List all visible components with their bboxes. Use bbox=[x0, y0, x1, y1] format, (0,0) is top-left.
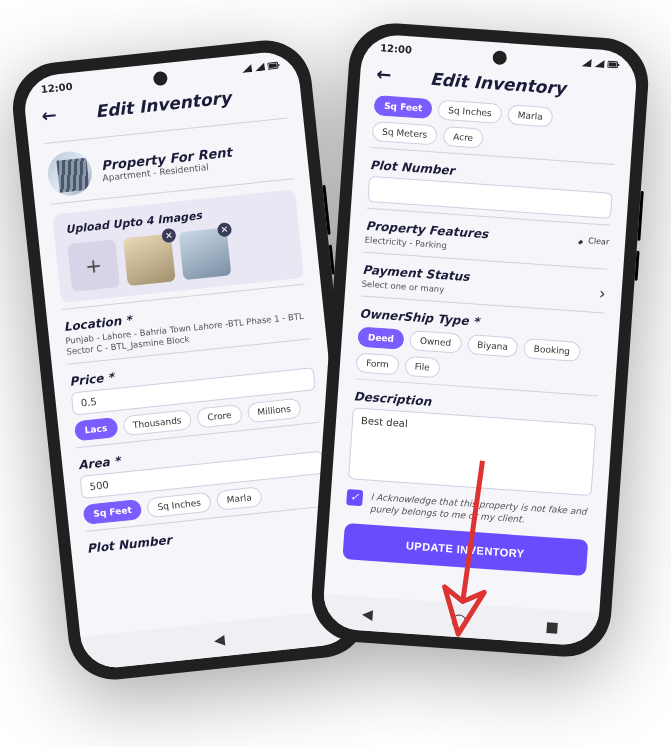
acknowledge-checkbox[interactable]: ✓ bbox=[346, 489, 363, 506]
chevron-right-icon: › bbox=[599, 283, 607, 302]
chip-deed[interactable]: Deed bbox=[357, 327, 404, 350]
chip-marla[interactable]: Marla bbox=[216, 486, 263, 511]
chip-booking[interactable]: Booking bbox=[523, 338, 581, 362]
chip-sqfeet[interactable]: Sq Feet bbox=[373, 95, 433, 119]
plot-number-label: Plot Number bbox=[86, 516, 330, 555]
property-avatar bbox=[46, 149, 94, 197]
chip-biyana[interactable]: Biyana bbox=[467, 334, 519, 357]
chip-owned[interactable]: Owned bbox=[409, 330, 462, 354]
chip-file[interactable]: File bbox=[404, 356, 440, 378]
upload-card: Upload Upto 4 Images + ✕ ✕ bbox=[52, 189, 304, 303]
nav-back-icon[interactable]: ◀ bbox=[361, 605, 373, 622]
chip-acre[interactable]: Acre bbox=[442, 126, 483, 149]
image-thumb[interactable]: ✕ bbox=[179, 227, 232, 280]
svg-rect-1 bbox=[268, 63, 276, 68]
svg-rect-5 bbox=[618, 63, 620, 65]
eraser-icon bbox=[577, 236, 586, 245]
remove-image-icon[interactable]: ✕ bbox=[161, 228, 176, 243]
back-button[interactable]: ← bbox=[376, 63, 393, 85]
status-time: 12:00 bbox=[380, 42, 413, 55]
back-button[interactable]: ← bbox=[41, 104, 58, 126]
phone-right: 12:00 ← Edit Inventory Sq Feet Sq Inches… bbox=[309, 20, 652, 659]
svg-rect-4 bbox=[608, 62, 616, 67]
ownership-chips: Deed Owned Biyana Booking Form File bbox=[355, 327, 602, 390]
image-thumb[interactable]: ✕ bbox=[123, 233, 176, 286]
nav-recent-icon[interactable]: ■ bbox=[545, 618, 559, 635]
acknowledge-row[interactable]: ✓ I Acknowledge that this property is no… bbox=[346, 489, 591, 530]
chip-lacs[interactable]: Lacs bbox=[74, 417, 118, 441]
chip-form[interactable]: Form bbox=[355, 353, 399, 376]
status-time: 12:00 bbox=[40, 81, 73, 95]
description-input[interactable]: Best deal bbox=[348, 407, 596, 496]
chip-thousands[interactable]: Thousands bbox=[122, 409, 192, 436]
screen-right: 12:00 ← Edit Inventory Sq Feet Sq Inches… bbox=[322, 33, 639, 647]
nav-back-icon[interactable]: ◀ bbox=[213, 631, 225, 648]
status-icons bbox=[581, 58, 619, 69]
chip-sqmeters[interactable]: Sq Meters bbox=[372, 121, 438, 145]
chip-millions[interactable]: Millions bbox=[246, 398, 301, 424]
remove-image-icon[interactable]: ✕ bbox=[217, 222, 232, 237]
chip-sqfeet[interactable]: Sq Feet bbox=[83, 499, 143, 525]
payment-status-row[interactable]: Payment Status Select one or many › bbox=[361, 263, 606, 307]
chip-crore[interactable]: Crore bbox=[196, 404, 242, 429]
update-inventory-button[interactable]: UPDATE INVENTORY bbox=[342, 523, 588, 576]
screen-left: 12:00 ← Edit Inventory Property For Rent bbox=[22, 49, 359, 671]
add-image-button[interactable]: + bbox=[67, 239, 120, 292]
page-title: Edit Inventory bbox=[376, 65, 621, 102]
acknowledge-text: I Acknowledge that this property is not … bbox=[370, 491, 591, 531]
chip-sqinches[interactable]: Sq Inches bbox=[147, 492, 212, 519]
nav-home-icon[interactable]: ◯ bbox=[451, 612, 468, 629]
chip-marla[interactable]: Marla bbox=[507, 104, 553, 127]
svg-rect-2 bbox=[278, 64, 280, 66]
status-icons bbox=[241, 61, 280, 73]
